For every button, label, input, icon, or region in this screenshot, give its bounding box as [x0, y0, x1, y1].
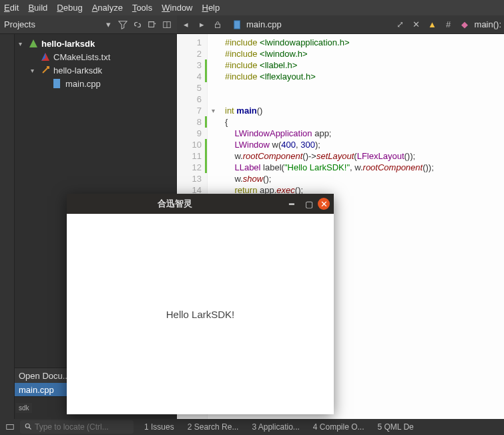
menu-edit[interactable]: Edit [4, 3, 19, 13]
line-number: 4 [177, 71, 207, 82]
bookmark-icon[interactable]: ◆ [459, 19, 471, 31]
code-line[interactable]: #include <lflexlayout.h> [225, 71, 497, 82]
minimize-button[interactable]: ━ [283, 195, 300, 212]
tree-label: hello-larksdk [53, 65, 102, 76]
dropdown-icon[interactable]: ▾ [102, 19, 114, 31]
cmake-file-icon [40, 51, 51, 62]
statusbar-item[interactable]: 2 Search Re... [181, 422, 246, 432]
svg-marker-5 [29, 39, 37, 47]
svg-rect-8 [53, 79, 60, 88]
filter-icon[interactable] [117, 19, 129, 31]
svg-point-10 [25, 424, 29, 428]
left-tool-strip [0, 34, 15, 419]
app-window[interactable]: 合迅智灵 ━ ▢ ✕ Hello LarkSDK! [67, 194, 334, 414]
code-line[interactable]: LWindow w(400, 300); [225, 139, 497, 150]
line-number: 6 [177, 94, 207, 105]
tree-label: CMakeLists.txt [53, 52, 110, 62]
tree-target[interactable]: ▾ hello-larksdk [15, 63, 176, 77]
svg-rect-9 [7, 425, 14, 430]
line-number: 9 [177, 128, 207, 139]
hello-label: Hello LarkSDK! [166, 309, 235, 320]
statusbar-item[interactable]: 1 Issues [138, 422, 181, 432]
split-icon[interactable] [161, 19, 173, 31]
maximize-button[interactable]: ▢ [300, 195, 318, 212]
code-line[interactable]: LLabel label("Hello LarkSDK!", w.rootCom… [225, 162, 497, 173]
menu-bar: Edit Build Debug Analyze Tools Window He… [0, 0, 504, 15]
app-window-body: Hello LarkSDK! [67, 214, 334, 414]
menu-window[interactable]: Window [162, 3, 192, 13]
code-line[interactable]: #include <lwindow.h> [225, 48, 497, 59]
target-icon [40, 65, 51, 76]
line-number: 1 [177, 37, 207, 48]
add-icon[interactable] [146, 19, 158, 31]
line-number: 11 [177, 150, 207, 162]
statusbar-item[interactable]: 5 QML De [371, 422, 421, 432]
locator-input[interactable] [35, 422, 130, 432]
close-tab-icon[interactable]: ✕ [411, 19, 423, 31]
tree-main-cpp[interactable]: main.cpp [15, 77, 176, 90]
editor-tab-filename: main.cpp [246, 19, 282, 29]
menu-help[interactable]: Help [202, 3, 220, 13]
svg-rect-3 [234, 20, 240, 28]
code-line[interactable]: LWindowApplication app; [225, 128, 497, 139]
status-bar: 1 Issues2 Search Re...3 Applicatio...4 C… [0, 419, 504, 435]
close-button[interactable]: ✕ [318, 198, 330, 210]
code-line[interactable]: #include <lwindowapplication.h> [225, 37, 497, 48]
fold-toggle-icon[interactable]: ▾ [208, 105, 218, 116]
hash-icon[interactable]: # [443, 19, 455, 31]
chevron-down-icon[interactable]: ▾ [31, 67, 37, 74]
back-icon[interactable]: ◂ [180, 19, 192, 31]
statusbar-item[interactable]: 3 Applicatio... [245, 422, 306, 432]
menu-build[interactable]: Build [28, 3, 47, 13]
code-line[interactable]: int main() [225, 105, 497, 116]
line-number: 13 [177, 173, 207, 184]
menu-analyze[interactable]: Analyze [92, 3, 123, 13]
line-number: 3 [177, 59, 207, 71]
output-pane-icon[interactable] [4, 421, 16, 433]
code-line[interactable]: w.rootComponent()->setLayout(LFlexLayout… [225, 150, 497, 162]
line-number: 7 [177, 105, 207, 116]
tree-project-root[interactable]: ▾ hello-larksdk [15, 37, 176, 50]
breadcrumb[interactable]: main(): [475, 19, 501, 29]
chevron-down-icon[interactable]: ▾ [19, 40, 25, 47]
tree-cmakelists[interactable]: CMakeLists.txt [15, 50, 176, 63]
app-titlebar[interactable]: 合迅智灵 ━ ▢ ✕ [67, 194, 334, 214]
line-number: 12 [177, 162, 207, 173]
projects-panel-header: Projects ▾ [0, 15, 177, 33]
svg-line-11 [29, 427, 31, 429]
app-window-title: 合迅智灵 [67, 198, 283, 210]
expand-icon[interactable]: ⤢ [395, 19, 407, 31]
tree-label: main.cpp [65, 79, 101, 89]
lock-icon[interactable] [212, 19, 224, 31]
svg-rect-2 [216, 24, 220, 27]
code-line[interactable]: { [225, 116, 497, 128]
editor-tab-main-cpp[interactable]: main.cpp [226, 15, 287, 33]
code-line[interactable]: #include <llabel.h> [225, 59, 497, 71]
line-number: 10 [177, 139, 207, 150]
line-number: 8 [177, 116, 207, 128]
warning-icon[interactable]: ▲ [427, 19, 439, 31]
line-number: 2 [177, 48, 207, 59]
projects-panel-title: Projects [4, 19, 99, 29]
search-icon [24, 422, 32, 432]
menu-debug[interactable]: Debug [57, 3, 82, 13]
statusbar-item[interactable]: 4 Compile O... [306, 422, 371, 432]
tree-label: hello-larksdk [41, 39, 95, 49]
forward-icon[interactable]: ▸ [196, 19, 208, 31]
link-icon[interactable] [132, 19, 144, 31]
sidebar-tab[interactable]: sdk [16, 403, 32, 413]
code-line[interactable] [225, 82, 497, 94]
locator-search[interactable] [20, 420, 134, 434]
line-number: 5 [177, 82, 207, 94]
menu-tools[interactable]: Tools [132, 3, 152, 13]
toolbar: Projects ▾ ◂ ▸ main.cpp ⤢ ✕ ▲ # ◆ main()… [0, 15, 504, 34]
cpp-file-icon [52, 78, 63, 89]
project-icon [28, 38, 39, 49]
cpp-file-icon [232, 19, 244, 31]
editor-tab-bar: ◂ ▸ main.cpp ⤢ ✕ ▲ # ◆ main(): [177, 15, 504, 33]
code-line[interactable]: w.show(); [225, 173, 497, 184]
code-line[interactable] [225, 94, 497, 105]
